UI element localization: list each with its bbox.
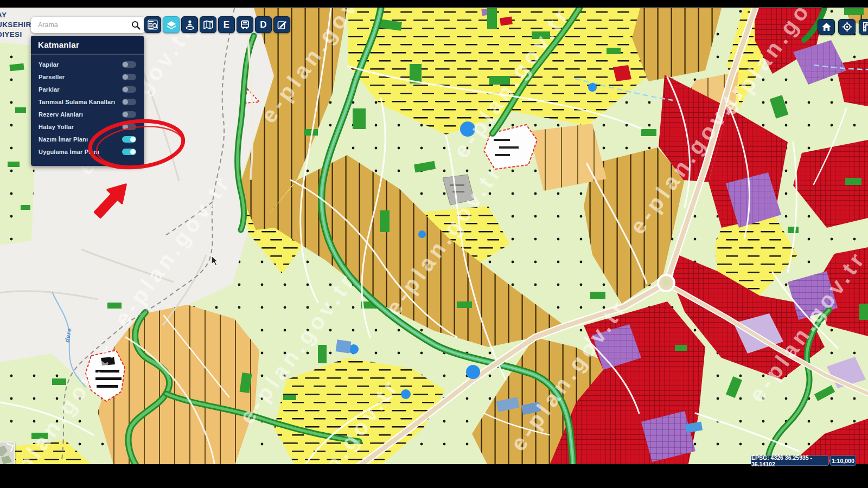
map-toolbar: E D	[144, 16, 290, 33]
layer-toggle[interactable]	[122, 136, 136, 143]
layer-toggle[interactable]	[122, 74, 136, 80]
layer-toggle[interactable]	[122, 61, 136, 68]
search-input[interactable]	[31, 21, 131, 29]
d-button[interactable]: D	[255, 16, 272, 33]
street-view-button[interactable]	[181, 16, 198, 33]
legend-search-button[interactable]	[144, 16, 161, 33]
locate-button[interactable]	[838, 19, 856, 35]
layer-row-tarimsal-sulama[interactable]: Tarımsal Sulama Kanalları	[31, 95, 144, 108]
layer-toggle[interactable]	[122, 149, 136, 155]
layer-label: Hatay Yollar	[39, 124, 74, 130]
scale-chip[interactable]: 1:10,000	[830, 455, 856, 466]
layers-button[interactable]	[163, 16, 180, 33]
d-label: D	[260, 20, 266, 30]
map-view-controls	[818, 19, 868, 35]
layer-label: Parseller	[39, 74, 65, 80]
bottom-letterbox-bar	[0, 464, 868, 488]
home-button[interactable]	[818, 19, 835, 35]
layers-panel: Katmanlar Yapılar Parseller Parklar Tarı…	[31, 36, 144, 166]
overview-map-widget[interactable]	[0, 441, 15, 466]
layer-toggle[interactable]	[122, 124, 136, 130]
layer-row-rezerv[interactable]: Rezerv Alanları	[31, 108, 144, 120]
layer-row-parklar[interactable]: Parklar	[31, 83, 144, 95]
printed-map-button[interactable]	[200, 16, 216, 33]
bus-button[interactable]	[237, 16, 253, 33]
app-window: dere e-plan.gov.tr e-plan.gov.tr e-plan.…	[0, 0, 868, 488]
epsg-coordinates-chip: EPSG: 4326 36.25935 - 36.14102	[751, 455, 829, 466]
layer-label: Uygulama İmar Planı	[39, 149, 99, 155]
layer-toggle[interactable]	[122, 86, 136, 93]
layer-row-uygulama-imar[interactable]: Uygulama İmar Planı	[31, 145, 144, 158]
logo-line: AY	[0, 10, 31, 20]
layer-label: Nazım İmar Planı	[39, 136, 88, 143]
layer-toggle[interactable]	[122, 99, 136, 105]
search-icon[interactable]	[131, 21, 145, 30]
e-plan-button[interactable]: E	[218, 16, 235, 33]
logo-line: UKSEHIR	[0, 20, 31, 30]
layer-label: Tarımsal Sulama Kanalları	[39, 99, 115, 105]
municipality-logo: AY UKSEHIR DIYESI	[0, 10, 31, 40]
layer-row-parseller[interactable]: Parseller	[31, 70, 144, 83]
layer-label: Yapılar	[39, 61, 59, 68]
search-box[interactable]	[31, 17, 145, 33]
sketch-map-button[interactable]	[273, 16, 290, 33]
layer-row-yapilar[interactable]: Yapılar	[31, 58, 144, 70]
measure-button[interactable]	[859, 19, 868, 35]
layer-label: Rezerv Alanları	[39, 111, 83, 118]
top-letterbox-bar	[0, 0, 868, 8]
layer-row-nazim-imar[interactable]: Nazım İmar Planı	[31, 133, 144, 145]
layer-toggle[interactable]	[122, 111, 136, 118]
e-plan-label: E	[224, 20, 229, 30]
layer-label: Parklar	[39, 86, 60, 93]
layer-row-hatay-yollar[interactable]: Hatay Yollar	[31, 120, 144, 133]
logo-line: DIYESI	[0, 30, 31, 40]
layers-panel-title: Katmanlar	[31, 36, 144, 55]
